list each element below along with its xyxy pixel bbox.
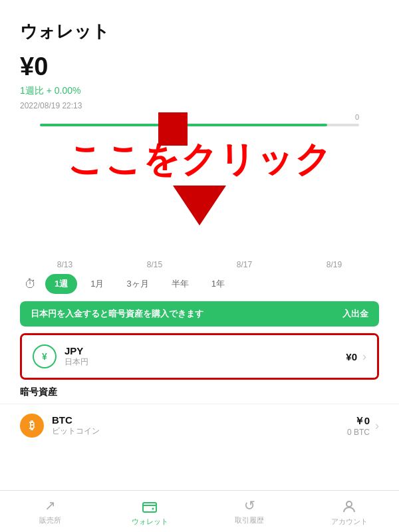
header: ウォレット ¥0 1週比 + 0.00% 2022/08/19 22:13 bbox=[0, 0, 399, 124]
jpy-amount: ¥0 bbox=[346, 351, 357, 362]
svg-rect-0 bbox=[143, 503, 156, 512]
deposit-banner[interactable]: 日本円を入金すると暗号資産を購入できます 入出金 bbox=[20, 301, 379, 327]
jpy-value: ¥0 bbox=[346, 351, 357, 362]
tab-1week[interactable]: 1週 bbox=[45, 274, 77, 294]
jpy-name: 日本円 bbox=[65, 356, 346, 368]
jpy-row-wrapper[interactable]: ¥ JPY 日本円 ¥0 › bbox=[20, 333, 379, 380]
bottom-nav: ↗ 販売所 ウォレット ↺ 取引履歴 アカ bbox=[0, 490, 399, 532]
page-container: ウォレット ¥0 1週比 + 0.00% 2022/08/19 22:13 0 … bbox=[0, 0, 399, 532]
chart-date-4: 8/19 bbox=[327, 260, 342, 269]
btc-amount: ￥0 bbox=[347, 415, 370, 428]
nav-label-history: 取引履歴 bbox=[235, 515, 264, 525]
btc-info: BTC ビットコイン bbox=[52, 414, 347, 437]
jpy-chevron-right-icon: › bbox=[362, 350, 366, 364]
crypto-section-label: 暗号資産 bbox=[0, 386, 399, 398]
btc-code: BTC bbox=[52, 414, 347, 426]
history-icon: ↺ bbox=[244, 497, 255, 513]
nav-label-exchange: 販売所 bbox=[39, 515, 61, 525]
nav-label-wallet: ウォレット bbox=[132, 517, 168, 527]
jpy-info: JPY 日本円 bbox=[65, 345, 346, 368]
chart-date-3: 8/17 bbox=[237, 260, 252, 269]
arrow-down-icon bbox=[173, 186, 226, 225]
svg-point-2 bbox=[346, 501, 352, 507]
click-here-text[interactable]: ここをクリック bbox=[0, 136, 399, 184]
jpy-code: JPY bbox=[65, 345, 346, 356]
wallet-icon bbox=[142, 497, 158, 515]
btc-sub: 0 BTC bbox=[347, 428, 370, 437]
progress-label: 0 bbox=[355, 113, 359, 121]
period-tabs: ⏱ 1週 1月 3ヶ月 半年 1年 bbox=[0, 273, 399, 295]
tab-1month[interactable]: 1月 bbox=[81, 274, 113, 294]
exchange-icon: ↗ bbox=[45, 497, 56, 513]
account-icon bbox=[341, 497, 357, 515]
nav-item-wallet[interactable]: ウォレット bbox=[100, 491, 200, 532]
jpy-symbol: ¥ bbox=[42, 351, 47, 362]
page-title: ウォレット bbox=[20, 20, 379, 43]
balance-amount: ¥0 bbox=[20, 53, 379, 81]
btc-icon: ₿ bbox=[20, 414, 44, 438]
nav-item-exchange[interactable]: ↗ 販売所 bbox=[0, 491, 100, 532]
deposit-action[interactable]: 入出金 bbox=[342, 308, 368, 320]
tab-1year[interactable]: 1年 bbox=[202, 274, 234, 294]
deposit-banner-text: 日本円を入金すると暗号資産を購入できます bbox=[31, 308, 203, 320]
btc-chevron-right-icon: › bbox=[375, 419, 379, 433]
chart-dates: 8/13 8/15 8/17 8/19 bbox=[0, 260, 399, 269]
btc-row[interactable]: ₿ BTC ビットコイン ￥0 0 BTC › bbox=[0, 404, 399, 447]
nav-label-account: アカウント bbox=[331, 517, 368, 527]
btc-value: ￥0 0 BTC bbox=[347, 415, 370, 437]
chart-date-2: 8/15 bbox=[147, 260, 162, 269]
weekly-change: 1週比 + 0.00% bbox=[20, 85, 379, 97]
btc-name: ビットコイン bbox=[52, 426, 347, 437]
tab-6months[interactable]: 半年 bbox=[162, 274, 198, 294]
tab-3months[interactable]: 3ヶ月 bbox=[117, 274, 158, 294]
progress-bar: 0 bbox=[40, 124, 359, 126]
arrow-shaft bbox=[158, 112, 188, 146]
clock-icon: ⏱ bbox=[20, 273, 41, 295]
arrow-container bbox=[0, 186, 399, 259]
nav-item-account[interactable]: アカウント bbox=[299, 491, 399, 532]
svg-point-1 bbox=[152, 508, 154, 510]
nav-item-history[interactable]: ↺ 取引履歴 bbox=[200, 491, 299, 532]
chart-date-1: 8/13 bbox=[57, 260, 72, 269]
jpy-icon: ¥ bbox=[33, 344, 57, 368]
timestamp: 2022/08/19 22:13 bbox=[20, 101, 379, 110]
jpy-row[interactable]: ¥ JPY 日本円 ¥0 › bbox=[22, 335, 377, 378]
